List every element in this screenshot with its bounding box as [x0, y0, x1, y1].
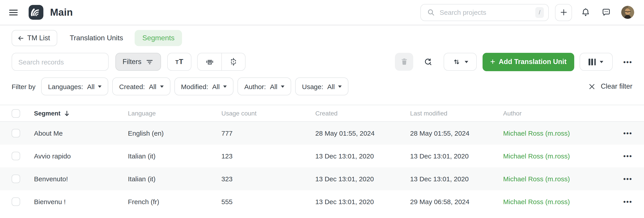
- tab-translation-units[interactable]: Translation Units: [70, 34, 123, 42]
- trash-icon: [400, 57, 408, 66]
- chevron-down-icon: [600, 61, 603, 63]
- segments-table: Segment Language Usage count Created Las…: [0, 105, 644, 213]
- usage-count-cell: 555: [222, 198, 315, 205]
- view-mode-group: [197, 53, 246, 71]
- modified-cell: 28 May 01:55, 2024: [410, 129, 503, 137]
- row-actions-button[interactable]: •••: [619, 152, 632, 160]
- table-row[interactable]: Benvenuto! Italian (it) 323 13 Dec 13:01…: [0, 167, 644, 190]
- created-cell: 13 Dec 13:01, 2020: [315, 175, 410, 183]
- ellipsis-icon: •••: [623, 58, 632, 66]
- filter-value: All: [327, 83, 335, 90]
- delete-button[interactable]: [395, 53, 413, 71]
- filter-name: Created:: [119, 83, 145, 90]
- author-link[interactable]: Michael Ross (m.ross): [503, 129, 619, 137]
- language-cell: French (fr): [128, 198, 222, 205]
- segment-cell: Benvenuto!: [34, 175, 128, 183]
- modified-cell: 13 Dec 13:01, 2020: [410, 152, 503, 160]
- search-projects-input[interactable]: [440, 9, 535, 16]
- sort-button[interactable]: [444, 53, 477, 71]
- created-cell: 28 May 01:55, 2024: [315, 129, 410, 137]
- feedback-button[interactable]: [601, 7, 611, 18]
- top-header: Main /: [0, 0, 644, 26]
- row-checkbox[interactable]: [12, 152, 20, 160]
- hamburger-menu-icon[interactable]: [8, 7, 19, 18]
- frame-view-button[interactable]: [222, 53, 245, 70]
- filter-name: Modified:: [181, 83, 208, 90]
- column-header-segment[interactable]: Segment: [34, 110, 128, 117]
- chevron-down-icon: [160, 85, 164, 88]
- app-logo[interactable]: [28, 5, 44, 20]
- filter-value: All: [270, 83, 277, 90]
- replace-icon: [423, 57, 433, 67]
- language-cell: Italian (it): [128, 175, 222, 183]
- bell-icon: [580, 7, 591, 18]
- clear-filter-button[interactable]: Clear filter: [589, 82, 632, 90]
- user-avatar[interactable]: [621, 6, 634, 19]
- author-link[interactable]: Michael Ross (m.ross): [503, 198, 619, 205]
- modified-cell: 13 Dec 13:01, 2020: [410, 175, 503, 183]
- page-title: Main: [50, 7, 73, 18]
- created-cell: 13 Dec 13:01, 2020: [315, 198, 410, 205]
- usage-count-cell: 777: [222, 129, 315, 137]
- segment-cell: Avvio rapido: [34, 152, 128, 160]
- projects-search[interactable]: /: [420, 4, 549, 21]
- back-to-tm-list-button[interactable]: TM List: [12, 30, 57, 46]
- column-header-created[interactable]: Created: [315, 110, 410, 117]
- text-case-button[interactable]: TT: [167, 53, 192, 71]
- segment-cell: Bienvenu !: [34, 198, 128, 205]
- row-actions-button[interactable]: •••: [619, 175, 632, 183]
- more-options-button[interactable]: •••: [623, 58, 632, 66]
- row-checkbox[interactable]: [12, 175, 20, 183]
- tab-segments[interactable]: Segments: [135, 30, 182, 46]
- refresh-replace-button[interactable]: [423, 57, 433, 67]
- add-translation-unit-button[interactable]: + Add Translation Unit: [482, 53, 574, 71]
- row-actions-button[interactable]: •••: [619, 198, 632, 205]
- chevron-down-icon: [465, 61, 468, 63]
- author-link[interactable]: Michael Ross (m.ross): [503, 175, 619, 183]
- barcode-view-button[interactable]: [198, 53, 222, 70]
- table-header-row: Segment Language Usage count Created Las…: [0, 105, 644, 122]
- filter-modified-dropdown[interactable]: Modified: All: [174, 77, 234, 95]
- search-icon: [427, 8, 436, 17]
- author-link[interactable]: Michael Ross (m.ross): [503, 152, 619, 160]
- chat-bubble-icon: [601, 7, 611, 18]
- filter-usage-dropdown[interactable]: Usage: All: [295, 77, 348, 95]
- column-header-author[interactable]: Author: [503, 110, 619, 117]
- select-all-checkbox[interactable]: [12, 109, 20, 117]
- records-search[interactable]: [12, 53, 109, 71]
- column-header-last-modified[interactable]: Last modified: [410, 110, 503, 117]
- table-row[interactable]: About Me English (en) 777 28 May 01:55, …: [0, 122, 644, 145]
- language-cell: English (en): [128, 129, 222, 137]
- filter-created-dropdown[interactable]: Created: All: [112, 77, 170, 95]
- notifications-button[interactable]: [580, 7, 591, 18]
- row-actions-button[interactable]: •••: [619, 129, 632, 137]
- plus-icon: [559, 8, 568, 17]
- filter-languages-dropdown[interactable]: Languages: All: [41, 77, 108, 95]
- columns-button[interactable]: [580, 53, 612, 71]
- arrow-left-icon: [17, 34, 24, 42]
- column-header-language[interactable]: Language: [128, 110, 222, 117]
- table-row[interactable]: Avvio rapido Italian (it) 123 13 Dec 13:…: [0, 145, 644, 167]
- filter-bar: Filter by Languages: All Created: All Mo…: [0, 76, 644, 97]
- create-new-button[interactable]: [555, 4, 572, 21]
- row-checkbox[interactable]: [12, 129, 20, 137]
- search-records-input[interactable]: [18, 58, 102, 66]
- close-icon: [589, 83, 596, 90]
- usage-count-cell: 123: [222, 152, 315, 160]
- filter-by-label: Filter by: [12, 83, 36, 90]
- add-button-label: Add Translation Unit: [499, 58, 566, 66]
- back-button-label: TM List: [27, 34, 50, 42]
- table-row[interactable]: Bienvenu ! French (fr) 555 13 Dec 13:01,…: [0, 190, 644, 213]
- created-cell: 13 Dec 13:01, 2020: [315, 152, 410, 160]
- filters-button-label: Filters: [122, 58, 141, 66]
- filters-button[interactable]: Filters: [116, 53, 161, 71]
- row-checkbox[interactable]: [12, 197, 20, 206]
- modified-cell: 29 May 06:58, 2024: [410, 198, 503, 205]
- frame-crosshair-icon: [228, 57, 238, 67]
- filter-author-dropdown[interactable]: Author: All: [238, 77, 291, 95]
- sort-arrows-icon: [452, 57, 461, 66]
- filter-name: Languages:: [48, 83, 83, 90]
- column-header-usage-count[interactable]: Usage count: [222, 110, 315, 117]
- filter-value: All: [212, 83, 220, 90]
- chevron-down-icon: [281, 85, 284, 88]
